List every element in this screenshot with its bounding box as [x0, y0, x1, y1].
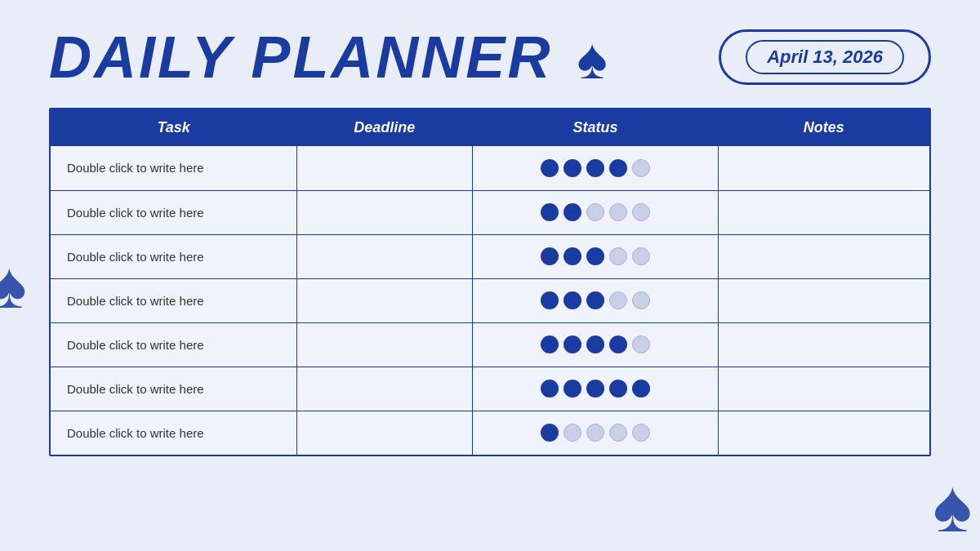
dot-filled: [586, 291, 604, 309]
dot-filled: [541, 247, 559, 265]
status-cell: [472, 146, 718, 190]
spade-bottom-right-icon: ♠: [933, 469, 972, 543]
dot-filled: [564, 159, 581, 177]
task-cell[interactable]: Double click to write here: [51, 322, 296, 367]
deadline-cell[interactable]: [296, 411, 472, 455]
dot-empty: [564, 424, 581, 442]
dot-filled: [564, 291, 581, 309]
dot-empty: [632, 335, 650, 353]
task-cell[interactable]: Double click to write here: [51, 367, 296, 411]
status-dots: [486, 424, 705, 442]
header: DAILY PLANNER ♠ April 13, 2026: [0, 0, 980, 108]
dot-filled: [586, 335, 604, 353]
dot-empty: [632, 203, 650, 221]
task-cell[interactable]: Double click to write here: [51, 190, 296, 234]
status-cell: [472, 234, 718, 278]
page: ♠ DAILY PLANNER ♠ April 13, 2026 Task De…: [0, 0, 980, 551]
status-cell: [472, 190, 718, 234]
notes-cell[interactable]: [719, 146, 929, 190]
status-dots: [486, 335, 705, 353]
notes-cell[interactable]: [719, 234, 929, 278]
table-row[interactable]: Double click to write here: [51, 146, 929, 190]
dot-empty: [632, 159, 650, 177]
notes-cell[interactable]: [719, 278, 929, 322]
deadline-cell[interactable]: [296, 234, 472, 278]
dot-filled: [564, 335, 581, 353]
table-row[interactable]: Double click to write here: [51, 322, 929, 367]
status-dots: [486, 159, 705, 177]
deadline-cell[interactable]: [296, 146, 472, 190]
dot-empty: [586, 203, 604, 221]
table-row[interactable]: Double click to write here: [51, 278, 929, 322]
notes-cell[interactable]: [719, 411, 929, 455]
task-cell[interactable]: Double click to write here: [51, 411, 296, 455]
date-badge-inner: April 13, 2026: [746, 40, 904, 74]
dot-filled: [586, 247, 604, 265]
deadline-cell[interactable]: [296, 190, 472, 234]
notes-cell[interactable]: [719, 367, 929, 411]
task-cell[interactable]: Double click to write here: [51, 146, 296, 190]
dot-filled: [541, 335, 559, 353]
dot-empty: [609, 247, 627, 265]
dot-empty: [632, 424, 650, 442]
status-dots: [486, 247, 705, 265]
table-row[interactable]: Double click to write here: [51, 411, 929, 455]
dot-filled: [632, 380, 650, 398]
col-deadline: Deadline: [296, 109, 472, 146]
status-cell: [472, 367, 718, 411]
deadline-cell[interactable]: [296, 367, 472, 411]
status-cell: [472, 278, 718, 322]
dot-empty: [609, 424, 627, 442]
status-dots: [486, 203, 705, 221]
dot-empty: [632, 247, 650, 265]
table-header-row: Task Deadline Status Notes: [51, 109, 929, 146]
dot-filled: [586, 159, 604, 177]
notes-cell[interactable]: [719, 322, 929, 367]
dot-filled: [541, 291, 559, 309]
task-cell[interactable]: Double click to write here: [51, 234, 296, 278]
dot-filled: [564, 203, 581, 221]
dot-filled: [609, 335, 627, 353]
table-row[interactable]: Double click to write here: [51, 367, 929, 411]
spade-header-icon: ♠: [577, 26, 607, 91]
notes-cell[interactable]: [719, 190, 929, 234]
dot-filled: [609, 380, 627, 398]
table-row[interactable]: Double click to write here: [51, 234, 929, 278]
planner-table-container: Task Deadline Status Notes Double click …: [49, 108, 931, 456]
dot-empty: [609, 203, 627, 221]
dot-empty: [586, 424, 604, 442]
col-notes: Notes: [719, 109, 929, 146]
deadline-cell[interactable]: [296, 278, 472, 322]
dot-empty: [609, 291, 627, 309]
col-status: Status: [472, 109, 718, 146]
dot-filled: [564, 247, 581, 265]
dot-empty: [632, 291, 650, 309]
status-dots: [486, 291, 705, 309]
dot-filled: [541, 424, 559, 442]
task-cell[interactable]: Double click to write here: [51, 278, 296, 322]
dot-filled: [541, 203, 559, 221]
status-cell: [472, 411, 718, 455]
deadline-cell[interactable]: [296, 322, 472, 367]
planner-table: Task Deadline Status Notes Double click …: [51, 109, 929, 455]
table-row[interactable]: Double click to write here: [51, 190, 929, 234]
spade-left-icon: ♠: [0, 253, 27, 318]
status-cell: [472, 322, 718, 367]
dot-filled: [564, 380, 581, 398]
dot-filled: [609, 159, 627, 177]
dot-filled: [541, 380, 559, 398]
page-title: DAILY PLANNER: [49, 28, 552, 87]
dot-filled: [541, 159, 559, 177]
date-badge: April 13, 2026: [719, 29, 931, 85]
col-task: Task: [51, 109, 296, 146]
dot-filled: [586, 380, 604, 398]
date-text: April 13, 2026: [767, 47, 883, 67]
status-dots: [486, 380, 705, 398]
